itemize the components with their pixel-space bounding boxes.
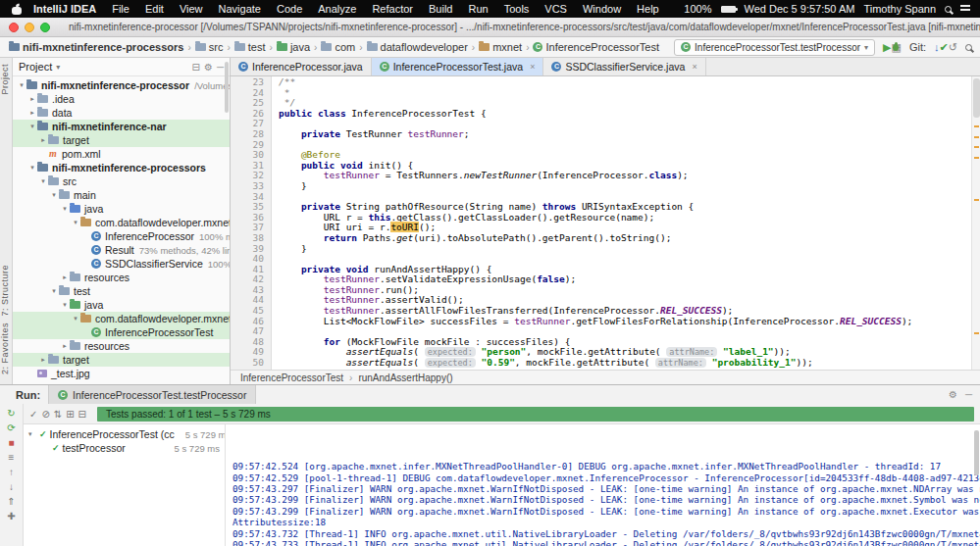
rerun-failed-button[interactable]: ⟳ (7, 422, 15, 433)
menu-item-view[interactable]: View (172, 3, 211, 15)
chevron-right-icon[interactable]: ▸ (38, 356, 48, 364)
breadcrumb-item[interactable]: test (233, 41, 267, 53)
warning-mark[interactable] (974, 125, 979, 127)
project-view-selector[interactable]: Project (19, 61, 52, 73)
menu-item-tools[interactable]: Tools (496, 3, 538, 15)
chevron-right-icon[interactable]: ▸ (60, 273, 70, 281)
editor-tab[interactable]: CInferenceProcessor.java (231, 58, 372, 75)
menu-item-code[interactable]: Code (269, 3, 310, 15)
tree-item[interactable]: CInferenceProcessor100% me... (13, 229, 230, 243)
chevron-right-icon[interactable]: ▸ (60, 342, 70, 350)
run-console[interactable]: 09:57:42.524 [org.apache.mxnet.infer.MXN… (226, 424, 980, 546)
menu-item-window[interactable]: Window (575, 3, 629, 15)
tree-item[interactable]: ▾java (13, 298, 230, 312)
warning-mark[interactable] (974, 146, 979, 148)
breadcrumb-class[interactable]: InferenceProcessorTest (240, 372, 343, 383)
project-tree-scrollbar[interactable] (225, 62, 229, 113)
code-area[interactable]: /** * */public class InferenceProcessorT… (272, 76, 971, 370)
breadcrumb-item[interactable]: dataflowdeveloper (366, 41, 469, 53)
warning-mark[interactable] (974, 157, 979, 159)
menu-item-vcs[interactable]: VCS (537, 3, 575, 15)
menu-user[interactable]: Timothy Spann (863, 3, 936, 15)
export-button[interactable]: ⇑ (7, 496, 15, 507)
menu-clock[interactable]: Wed Dec 5 9:57:50 AM (745, 3, 855, 15)
expand-all-button[interactable]: ⊞ (66, 409, 74, 420)
collapse-all-button[interactable]: ⊟ (78, 409, 86, 420)
menu-item-refactor[interactable]: Refactor (364, 3, 421, 15)
chevron-down-icon[interactable]: ▾ (49, 287, 59, 295)
breadcrumb-item[interactable]: src (194, 41, 225, 53)
rerun-button[interactable]: ↻ (7, 408, 15, 419)
chevron-down-icon[interactable]: ▾ (27, 164, 37, 172)
tree-item[interactable]: ▸.idea (13, 92, 230, 106)
tool-stripe-button-2-favorites[interactable]: 2: Favorites (0, 323, 13, 374)
editor-tab[interactable]: CInferenceProcessorTest.java× (372, 58, 544, 75)
chevron-right-icon[interactable]: ▸ (27, 95, 37, 103)
tree-item[interactable]: ▾nifi-mxnetinference-nar (13, 120, 230, 133)
tree-item[interactable]: ▸target (13, 353, 230, 367)
tree-item[interactable]: CSSDClassifierService100% m... (13, 257, 230, 271)
apple-menu-icon[interactable] (12, 4, 22, 15)
breadcrumb-item[interactable]: java (276, 41, 311, 53)
git-commit-button[interactable]: ✔ (940, 41, 949, 53)
menu-item-file[interactable]: File (104, 3, 137, 15)
search-everywhere-icon[interactable] (965, 44, 972, 51)
warning-mark[interactable] (974, 136, 979, 138)
pin-button[interactable]: ✚ (7, 511, 15, 521)
tree-item[interactable]: ▸resources (13, 271, 230, 284)
chevron-down-icon[interactable]: ▾ (71, 219, 80, 226)
chevron-right-icon[interactable]: ▸ (27, 109, 37, 117)
warning-mark[interactable] (974, 332, 979, 334)
editor-tab[interactable]: CSSDClassifierService.java× (543, 58, 705, 75)
tree-item[interactable]: ▸target (13, 133, 230, 147)
breadcrumb-item[interactable]: com (320, 41, 356, 53)
chevron-down-icon[interactable]: ▾ (38, 177, 48, 185)
run-button[interactable]: ▶ (883, 41, 891, 53)
menu-item-help[interactable]: Help (629, 3, 667, 15)
tree-item[interactable]: CResult73% methods, 42% lin... (13, 243, 230, 257)
show-passed-button[interactable]: ✓ (29, 409, 37, 420)
menu-item-analyze[interactable]: Analyze (310, 3, 364, 15)
chevron-right-icon[interactable]: ▸ (38, 136, 48, 144)
breadcrumb-item[interactable]: mxnet (478, 41, 523, 53)
minimize-window-button[interactable] (25, 23, 34, 32)
chevron-down-icon[interactable]: ▾ (27, 123, 37, 130)
chevron-down-icon[interactable]: ▾ (71, 315, 80, 323)
menu-item-intellij-idea[interactable]: IntelliJ IDEA (26, 3, 104, 15)
chevron-down-icon[interactable]: ▾ (56, 63, 60, 72)
tree-item[interactable]: ▾com.dataflowdeveloper.mxnet1 (13, 216, 230, 229)
tree-item[interactable]: mpom.xml (13, 147, 230, 161)
tree-item[interactable]: _test.jpg (13, 367, 230, 380)
editor-error-stripe[interactable] (971, 76, 980, 370)
tree-item[interactable]: ▾main (13, 188, 230, 202)
menu-item-build[interactable]: Build (421, 3, 460, 15)
tree-item[interactable]: ▸data (13, 106, 230, 120)
tree-item[interactable]: ▾nifi-mxnetinference-processor/Volumes/T… (13, 78, 230, 92)
editor-scrollbar-thumb[interactable] (973, 78, 980, 118)
tool-stripe-button-7-structure[interactable]: 7: Structure (0, 265, 13, 317)
editor[interactable]: 2324252627282930313233343536373839404142… (231, 76, 980, 370)
breadcrumb-method[interactable]: runAndAssertHappy() (358, 372, 452, 383)
editor-gutter[interactable]: 2324252627282930313233343536373839404142… (231, 76, 272, 370)
breadcrumb-item[interactable]: nifi-mxnetinference-processors (8, 41, 184, 53)
close-icon[interactable]: × (530, 62, 535, 72)
stop-button[interactable]: ■ (8, 437, 14, 448)
chevron-down-icon[interactable]: ▾ (49, 191, 59, 199)
test-tree-item[interactable]: ✓testProcessor5 s 729 ms (24, 441, 225, 455)
settings-gear-icon[interactable]: ⚙ (949, 389, 957, 400)
menu-item-run[interactable]: Run (460, 3, 495, 15)
zoom-window-button[interactable] (40, 23, 50, 32)
console-scrollbar[interactable] (974, 430, 979, 475)
notification-center-icon[interactable] (960, 5, 970, 13)
hide-panel-icon[interactable]: ─ (965, 389, 972, 400)
tree-item[interactable]: CInferenceProcessorTest (13, 325, 230, 339)
git-rollback-button[interactable]: ↺ (949, 41, 957, 53)
run-tab[interactable]: C InferenceProcessorTest.testProcessor (48, 385, 256, 404)
collapse-all-icon[interactable]: ⊟ (192, 62, 200, 73)
run-configuration-select[interactable]: C InferenceProcessorTest.testProcessor ▾ (674, 39, 875, 56)
menu-item-edit[interactable]: Edit (137, 3, 172, 15)
breadcrumb-item[interactable]: CInferenceProcessorTest (532, 41, 660, 53)
chevron-down-icon[interactable]: ▾ (60, 205, 70, 213)
chevron-down-icon[interactable]: ▾ (28, 430, 36, 438)
sort-button[interactable]: ⇅ (54, 409, 62, 420)
